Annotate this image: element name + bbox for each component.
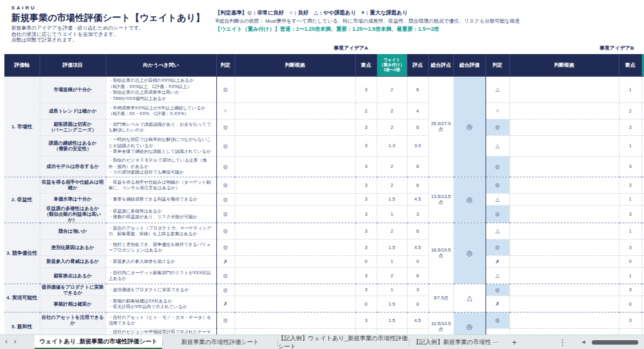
basis-a-cell[interactable] xyxy=(235,284,355,296)
judgment-a-cell[interactable]: ◎ xyxy=(216,76,235,102)
weight-a-cell[interactable]: 1.5 xyxy=(377,296,407,312)
question-cell[interactable]: ・類似のビジネスモデルで成功している企業（海外・国内）があるか・その成功要因は自… xyxy=(106,156,216,177)
scrollbar-left-arrow[interactable]: ◀ xyxy=(582,340,585,345)
raw-score-a-cell[interactable]: 3 xyxy=(355,267,377,284)
judgment-a-cell[interactable]: ◎ xyxy=(216,312,235,328)
raw-score-a-cell[interactable]: 3 xyxy=(355,193,377,205)
weight-a-cell[interactable]: 1.3 xyxy=(377,135,407,156)
question-cell[interactable]: ・新規参入の参入障壁を築けるか xyxy=(106,255,216,267)
item-cell[interactable]: 成長トレンドは確かか xyxy=(40,102,106,119)
weight-a-cell[interactable]: 2 xyxy=(377,177,407,193)
raw-score-a-cell[interactable]: 3 xyxy=(355,156,377,177)
tab-nav-arrows[interactable]: ‹› xyxy=(5,337,23,346)
raw-score-b-cell[interactable]: 0 xyxy=(619,255,641,267)
judgment-a-cell[interactable]: ✗ xyxy=(216,296,235,312)
judgment-b-cell[interactable]: ◎ xyxy=(486,239,509,255)
judgment-a-cell[interactable]: ◎ xyxy=(216,156,235,177)
score-a-cell[interactable]: 4.5 xyxy=(407,312,428,328)
question-cell[interactable]: ・提供価値をプロダクトに実装できるか xyxy=(106,284,216,296)
raw-score-b-cell[interactable]: 3 xyxy=(619,284,641,296)
basis-a-cell[interactable] xyxy=(235,255,355,267)
weight-a-cell[interactable]: 2 xyxy=(377,223,407,239)
weight-a-cell[interactable]: 1.5 xyxy=(377,239,407,255)
judgment-a-cell[interactable]: ◎ xyxy=(216,267,235,284)
judgment-b-cell[interactable]: △ xyxy=(486,223,509,239)
basis-b-cell[interactable] xyxy=(509,312,619,328)
raw-score-b-cell[interactable]: 3 xyxy=(619,312,641,328)
raw-score-b-cell[interactable]: 1 xyxy=(619,135,641,156)
item-cell[interactable]: 提供価値をプロダクトに実装できるか xyxy=(40,284,106,296)
score-a-cell[interactable]: 0 xyxy=(407,296,428,312)
judgment-a-cell[interactable]: ◎ xyxy=(216,284,235,296)
prev-sheet-icon[interactable]: ‹ xyxy=(5,337,14,346)
weight-a-cell[interactable]: 1 xyxy=(377,255,407,267)
judgment-b-cell[interactable]: ◎ xyxy=(486,156,509,177)
question-cell[interactable]: ・一時的な対応では根本的な解決につながらないことが認識されているか・業界全体で継… xyxy=(106,135,216,156)
judgment-b-cell[interactable]: ✗ xyxy=(486,296,509,312)
judgment-a-cell[interactable]: ◎ xyxy=(216,177,235,193)
raw-score-b-cell[interactable]: 1 xyxy=(619,223,641,239)
raw-score-a-cell[interactable]: 3 xyxy=(355,205,377,223)
weight-b-cell[interactable] xyxy=(641,119,644,135)
score-a-cell[interactable]: 0 xyxy=(407,255,428,267)
raw-score-b-cell[interactable]: 3 xyxy=(619,156,641,177)
weight-b-cell[interactable] xyxy=(641,156,644,177)
item-cell[interactable]: 新規参入の脅威はあるか xyxy=(40,255,106,267)
raw-score-b-cell[interactable]: 3 xyxy=(619,239,641,255)
judgment-a-cell[interactable]: ◎ xyxy=(216,223,235,239)
judgment-a-cell[interactable]: ◎ xyxy=(216,239,235,255)
score-a-cell[interactable]: 6 xyxy=(407,267,428,284)
item-cell[interactable]: 収益を得る相手や仕組みは明確か xyxy=(40,177,106,193)
basis-b-cell[interactable] xyxy=(509,76,619,102)
basis-b-cell[interactable] xyxy=(509,156,619,177)
item-cell[interactable]: 単価水準は十分か xyxy=(40,193,106,205)
score-a-cell[interactable]: 4 xyxy=(407,102,428,119)
basis-a-cell[interactable] xyxy=(235,205,355,223)
raw-score-a-cell[interactable]: 3 xyxy=(355,284,377,296)
score-a-cell[interactable]: 3 xyxy=(407,284,428,296)
item-cell[interactable]: 成功モデルは存在するか xyxy=(40,156,106,177)
raw-score-a-cell[interactable]: 0 xyxy=(355,255,377,267)
sheet-tab-4[interactable]: 【記入例】新規事業の市場性 ⋯ xyxy=(409,335,502,349)
raw-score-b-cell[interactable]: 0 xyxy=(619,296,641,312)
judgment-b-cell[interactable]: ◎ xyxy=(486,177,509,193)
judgment-b-cell[interactable]: ◎ xyxy=(486,284,509,296)
raw-score-b-cell[interactable]: 3 xyxy=(619,205,641,223)
judgment-b-cell[interactable]: ✗ xyxy=(486,255,509,267)
raw-score-b-cell[interactable]: 1 xyxy=(619,267,641,284)
basis-a-cell[interactable] xyxy=(235,156,355,177)
add-sheet-button[interactable]: + xyxy=(512,335,517,349)
horizontal-scrollbar-thumb[interactable] xyxy=(592,340,638,345)
question-cell[interactable]: ・年間成長率XX%以上がX年以上継続しているか（B評価：XX－XX%、C評価：X… xyxy=(106,102,216,119)
basis-b-cell[interactable] xyxy=(509,223,619,239)
raw-score-b-cell[interactable]: 2 xyxy=(619,102,641,119)
basis-b-cell[interactable] xyxy=(509,284,619,296)
weight-b-cell[interactable] xyxy=(641,76,644,102)
weight-a-cell[interactable]: 2 xyxy=(377,156,407,177)
score-a-cell[interactable]: 6 xyxy=(407,156,428,177)
raw-score-b-cell[interactable]: 3 xyxy=(619,119,641,135)
basis-a-cell[interactable] xyxy=(235,193,355,205)
item-cell[interactable]: 顧客接点はあるか xyxy=(40,267,106,284)
weight-a-cell[interactable]: 2 xyxy=(377,119,407,135)
score-a-cell[interactable]: 6 xyxy=(407,76,428,102)
sheet-tab-2[interactable]: 新規事業の市場性評価シート xyxy=(163,335,277,349)
question-cell[interactable]: ・収益を得る相手や仕組みは明確か（ターゲット顧客に、コンサル発注文化はあるか） xyxy=(106,177,216,193)
judgment-b-cell[interactable]: △ xyxy=(486,76,509,102)
item-cell[interactable]: 事業計画は確実か xyxy=(40,296,106,312)
item-cell[interactable]: 差別化要因はあるか xyxy=(40,239,106,255)
weight-a-cell[interactable]: 1 xyxy=(377,205,407,223)
judgment-a-cell[interactable]: ◎ xyxy=(216,135,235,156)
weight-b-cell[interactable] xyxy=(641,255,644,267)
weight-a-cell[interactable]: 2 xyxy=(377,102,407,119)
raw-score-a-cell[interactable]: 3 xyxy=(355,76,377,102)
score-a-cell[interactable]: 6 xyxy=(407,223,428,239)
judgment-a-cell[interactable]: ◎ xyxy=(216,193,235,205)
weight-a-cell[interactable]: 2 xyxy=(377,76,407,102)
score-a-cell[interactable]: 3 xyxy=(407,205,428,223)
judgment-b-cell[interactable]: △ xyxy=(486,135,509,156)
question-cell[interactable]: ・自社のアセット（ヒト・モノ・カネ・データ）を活用できるか xyxy=(106,312,216,328)
question-cell[interactable]: ・競合のアセット（プロダクト力、マーケティング力、顧客基盤、実績）を上回る要素は… xyxy=(106,223,216,239)
item-cell[interactable]: 競合は強いか xyxy=(40,223,106,239)
basis-b-cell[interactable] xyxy=(509,102,619,119)
